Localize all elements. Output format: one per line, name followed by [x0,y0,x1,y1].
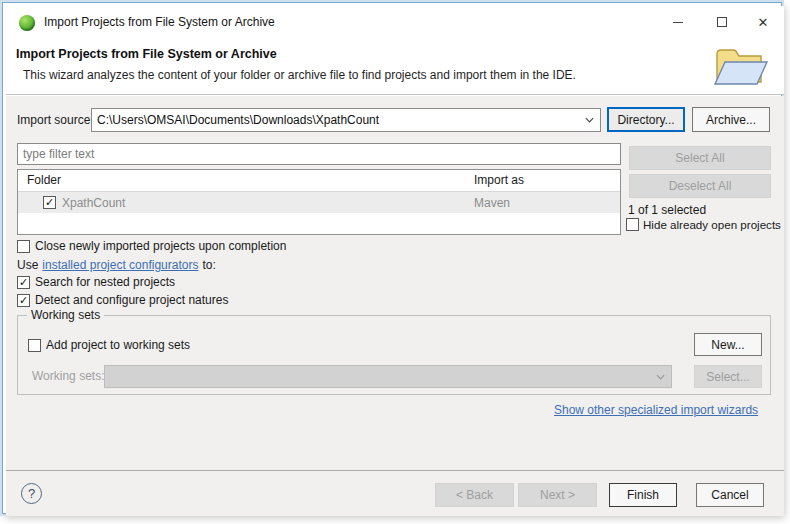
working-sets-field-label: Working sets: [32,369,104,383]
use-prefix-text: Use [17,258,38,272]
selection-status: 1 of 1 selected [628,203,706,217]
hide-open-projects-checkbox[interactable] [626,218,639,231]
page-title: Import Projects from File System or Arch… [16,47,277,61]
import-source-label: Import source: [17,113,94,127]
hide-open-projects-label: Hide already open projects [643,218,781,231]
window-title: Import Projects from File System or Arch… [44,15,275,29]
filter-input[interactable] [17,143,621,165]
project-natures-label: Detect and configure project natures [35,293,228,307]
button-bar: ? < Back Next > Finish Cancel [6,471,784,516]
help-button[interactable]: ? [21,483,42,504]
archive-button[interactable]: Archive... [692,107,770,132]
use-suffix-text: to: [202,258,215,272]
project-import-as-cell: Maven [474,196,510,210]
next-button[interactable]: Next > [518,483,597,507]
directory-button[interactable]: Directory... [607,107,685,132]
add-working-sets-option[interactable]: Add project to working sets [28,338,190,352]
check-icon: ✓ [19,277,28,288]
project-checkbox[interactable]: ✓ [43,196,56,209]
close-imported-label: Close newly imported projects upon compl… [35,239,286,253]
table-row[interactable]: ✓ XpathCount Maven [18,192,620,213]
nested-projects-label: Search for nested projects [35,275,175,289]
project-natures-checkbox[interactable]: ✓ [17,294,30,307]
folder-icon [709,42,771,92]
import-source-combo[interactable]: C:\Users\OMSAI\Documents\Downloads\Xpath… [91,108,601,132]
close-imported-option[interactable]: Close newly imported projects upon compl… [17,239,286,253]
close-imported-checkbox[interactable] [17,240,30,253]
check-icon: ✓ [19,295,28,306]
configurators-link[interactable]: installed project configurators [42,258,198,272]
add-working-sets-label: Add project to working sets [46,338,190,352]
working-sets-combo[interactable] [104,365,672,388]
wizard-header: Import Projects from File System or Arch… [6,39,784,95]
projects-table[interactable]: Folder Import as ✓ XpathCount Maven [17,169,621,235]
finish-button[interactable]: Finish [609,483,677,507]
configurators-line: Use installed project configurators to: [17,258,216,272]
nested-projects-option[interactable]: ✓ Search for nested projects [17,275,175,289]
chevron-down-icon [656,374,665,380]
other-wizards-link[interactable]: Show other specialized import wizards [554,403,758,417]
deselect-all-button[interactable]: Deselect All [629,174,771,198]
select-all-button[interactable]: Select All [629,146,771,170]
eclipse-icon [19,15,35,31]
working-sets-legend: Working sets [27,308,104,322]
minimize-button[interactable] [661,6,695,38]
new-working-set-button[interactable]: New... [694,333,762,356]
close-icon: ✕ [758,15,769,30]
cancel-button[interactable]: Cancel [696,483,764,507]
table-header: Folder Import as [18,170,620,192]
close-button[interactable]: ✕ [746,6,780,38]
back-button[interactable]: < Back [435,483,514,507]
maximize-icon [717,17,727,27]
select-working-set-button[interactable]: Select... [694,365,762,388]
column-header-folder[interactable]: Folder [27,173,61,187]
import-wizard-dialog: Import Projects from File System or Arch… [2,2,782,514]
import-source-value: C:\Users\OMSAI\Documents\Downloads\Xpath… [97,113,379,127]
maximize-button[interactable] [705,6,739,38]
project-folder-cell: XpathCount [62,196,125,210]
working-sets-group: Working sets Add project to working sets… [17,315,771,395]
minimize-icon [673,22,683,23]
add-working-sets-checkbox[interactable] [28,339,41,352]
hide-open-projects-option[interactable]: Hide already open projects [626,218,781,231]
title-bar: Import Projects from File System or Arch… [6,6,784,39]
page-description: This wizard analyzes the content of your… [23,68,576,82]
project-natures-option[interactable]: ✓ Detect and configure project natures [17,293,228,307]
help-icon: ? [28,486,35,501]
screen: Import Projects from File System or Arch… [0,0,790,524]
check-icon: ✓ [45,197,54,208]
column-header-import-as[interactable]: Import as [474,173,524,187]
chevron-down-icon [585,117,594,123]
nested-projects-checkbox[interactable]: ✓ [17,276,30,289]
